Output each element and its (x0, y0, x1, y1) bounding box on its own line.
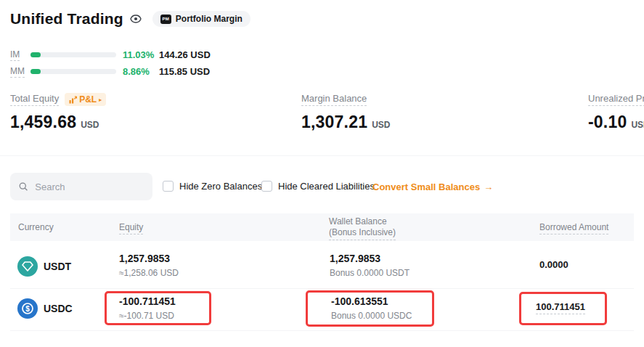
usdt-coin-icon (17, 256, 38, 277)
unrealized-pnl-label: Unrealized Pr (588, 93, 644, 106)
wallet-balance-cell: 1,257.9853 Bonus 0.0000 USDT (330, 253, 409, 278)
im-label: IM (10, 49, 30, 60)
borrowed-amount-cell: 0.0000 (539, 259, 568, 270)
checkbox-icon[interactable] (261, 181, 272, 192)
table-header: Currency Equity Wallet Balance(Bonus Inc… (10, 213, 634, 241)
im-progress-knob (30, 52, 41, 57)
svg-text:$: $ (25, 305, 30, 313)
im-amount: 144.26 USD (159, 49, 211, 60)
checkbox-icon[interactable] (163, 181, 174, 192)
header-wallet-balance: Wallet Balance(Bonus Inclusive) (329, 216, 396, 240)
pnl-badge[interactable]: P&L ▸ (65, 93, 106, 106)
unrealized-pnl-unit: USD (631, 120, 644, 130)
portfolio-margin-label: Portfolio Margin (176, 14, 242, 24)
usdc-coin-icon: $ (17, 298, 38, 319)
margin-balance-value: 1,307.21 (301, 113, 367, 132)
currency-name: USDC (44, 303, 73, 314)
hide-zero-balances-checkbox[interactable]: Hide Zero Balances (163, 181, 262, 192)
im-ratio-row: IM 11.03% 144.26 USD (10, 49, 211, 60)
mm-amount: 115.85 USD (159, 66, 210, 77)
convert-small-balances-link[interactable]: Convert Small Balances → (372, 181, 493, 192)
page-title: Unified Trading (10, 10, 123, 28)
margin-balance-unit: USD (372, 120, 390, 130)
equity-cell: -100.711451 ≈-100.71 USD (119, 295, 176, 321)
pnl-label: P&L (79, 94, 97, 105)
search-box[interactable] (10, 173, 152, 200)
portfolio-margin-badge[interactable]: PM Portfolio Margin (152, 11, 250, 27)
mm-percent: 8.86% (123, 66, 156, 77)
wallet-balance-cell: -100.613551 Bonus 0.0000 USDC (331, 295, 412, 321)
total-equity-unit: USD (81, 120, 99, 130)
unrealized-pnl-stat: Unrealized Pr -0.10 USD (588, 93, 644, 132)
header-borrowed-amount: Borrowed Amount (539, 222, 608, 234)
mm-progress-bar (30, 69, 116, 74)
currency-name: USDT (44, 261, 71, 272)
table-bottom-divider (10, 330, 634, 331)
search-icon (19, 181, 28, 192)
eye-icon[interactable] (130, 15, 142, 23)
header-currency: Currency (18, 222, 54, 232)
section-divider (0, 155, 644, 156)
hide-zero-balances-label[interactable]: Hide Zero Balances (179, 181, 262, 192)
pm-card-icon: PM (160, 15, 171, 24)
arrow-right-icon: → (484, 181, 493, 192)
mm-progress-knob (30, 69, 41, 74)
page-header: Unified Trading PM Portfolio Margin (10, 10, 250, 28)
equity-cell: 1,257.9853 ≈1,258.06 USD (119, 253, 179, 278)
convert-link-label: Convert Small Balances (372, 181, 480, 192)
unified-trading-page: Unified Trading PM Portfolio Margin IM 1… (0, 0, 644, 347)
bar-chart-icon (69, 96, 77, 104)
mm-label: MM (10, 66, 30, 76)
search-input[interactable] (33, 181, 144, 193)
row-divider (10, 288, 634, 289)
im-percent: 11.03% (123, 49, 156, 60)
im-progress-bar (30, 52, 116, 57)
hide-cleared-liabilities-checkbox[interactable]: Hide Cleared Liabilities (261, 181, 375, 192)
total-equity-stat: Total Equity P&L ▸ 1,459.68 USD (10, 93, 106, 132)
mm-ratio-row: MM 8.86% 115.85 USD (10, 66, 210, 76)
borrowed-amount-cell: 100.711451 (536, 301, 585, 314)
margin-balance-label: Margin Balance (301, 93, 367, 106)
pnl-arrow-icon: ▸ (99, 97, 102, 103)
unrealized-pnl-value: -0.10 (588, 113, 627, 132)
total-equity-value: 1,459.68 (10, 113, 76, 132)
margin-balance-stat: Margin Balance 1,307.21 USD (301, 93, 390, 132)
hide-cleared-liabilities-label[interactable]: Hide Cleared Liabilities (278, 181, 375, 192)
header-equity: Equity (119, 222, 143, 234)
total-equity-label: Total Equity (10, 93, 59, 106)
